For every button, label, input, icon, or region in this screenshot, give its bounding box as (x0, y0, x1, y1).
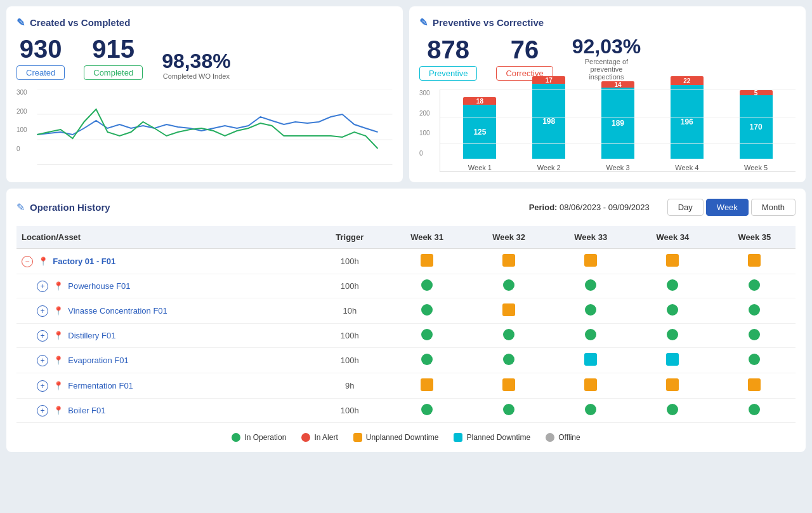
status-indicator (585, 279, 596, 291)
col-trigger: Trigger (313, 226, 386, 249)
table-row: − 📍 Factory 01 - F01 100h (16, 249, 796, 274)
status-indicator (503, 329, 514, 340)
bar-y-300: 300 (419, 90, 430, 97)
legend-green-dot (232, 433, 240, 442)
status-indicator (584, 378, 597, 391)
table-row: + 📍 Boiler F01 100h (16, 399, 796, 423)
bar-week4-top: 22 (671, 76, 704, 85)
location-name: Vinasse Concentration F01 (68, 306, 167, 316)
col-location: Location/Asset (16, 226, 313, 249)
status-indicator (666, 378, 679, 391)
op-header: ✎ Operation History Period: 08/06/2023 -… (16, 199, 796, 216)
bar-y-0: 0 (419, 150, 430, 157)
expand-icon[interactable]: + (37, 330, 48, 342)
y-label-200: 200 (16, 108, 27, 115)
bar-y-200: 200 (419, 110, 430, 117)
created-badge: Created (16, 65, 65, 80)
status-indicator (585, 304, 596, 316)
legend-in-operation-label: In Operation (244, 433, 286, 442)
status-indicator (666, 254, 679, 267)
bar-week1: 18 125 Week 1 (463, 97, 496, 171)
bar-week2-top: 17 (532, 76, 565, 84)
status-indicator (584, 254, 597, 267)
status-indicator (421, 279, 433, 291)
table-row: + 📍 Evaporation F01 100h (16, 348, 796, 373)
trigger-cell: 10h (313, 298, 386, 324)
period-text: Period: 08/06/2023 - 09/09/2023 (529, 203, 650, 212)
expand-icon[interactable]: + (37, 281, 48, 292)
op-edit-icon: ✎ (16, 201, 25, 213)
status-indicator (667, 279, 678, 291)
status-indicator (748, 254, 761, 267)
expand-icon[interactable]: + (37, 305, 48, 317)
week-btn[interactable]: Week (706, 199, 749, 216)
table-header-row: Location/Asset Trigger Week 31 Week 32 W… (16, 226, 796, 249)
legend-red-dot (301, 433, 310, 442)
month-btn[interactable]: Month (751, 199, 796, 216)
day-btn[interactable]: Day (667, 199, 704, 216)
operation-history-card: ✎ Operation History Period: 08/06/2023 -… (6, 189, 806, 452)
expand-icon[interactable]: + (37, 380, 48, 392)
status-indicator (749, 354, 760, 365)
pin-icon: 📍 (53, 331, 63, 340)
legend-unplanned: Unplanned Downtime (353, 433, 439, 442)
trigger-cell: 100h (313, 399, 386, 423)
preventive-count: 878 (419, 37, 477, 62)
bar-week1-label: Week 1 (468, 164, 492, 171)
wo-index: 98,38% (162, 51, 231, 71)
status-indicator (421, 404, 433, 415)
bar-week5-bottom: 170 (740, 95, 773, 159)
status-indicator (749, 404, 760, 415)
status-indicator (502, 303, 515, 316)
collapse-icon[interactable]: − (22, 256, 33, 267)
location-name: Fermentation F01 (68, 381, 133, 390)
location-name: Distillery F01 (68, 331, 115, 340)
edit-icon-2: ✎ (419, 17, 428, 29)
legend-orange-dot (353, 433, 362, 442)
status-indicator (502, 378, 515, 391)
location-name: Boiler F01 (68, 406, 105, 415)
bar-week5: 5 170 Week 5 (740, 90, 773, 171)
col-week31: Week 31 (386, 226, 468, 249)
location-name: Powerhouse F01 (68, 281, 130, 291)
pin-icon: 📍 (53, 306, 63, 316)
legend-unplanned-label: Unplanned Downtime (366, 433, 439, 442)
preventive-pct: 92,03% (572, 36, 641, 57)
legend-offline-label: Offline (558, 433, 580, 442)
status-indicator (421, 378, 433, 391)
bar-week4-label: Week 4 (675, 164, 698, 171)
wo-index-label: Completed WO Index (162, 72, 231, 80)
bar-week4-bottom: 196 (671, 85, 704, 159)
op-title: Operation History (30, 202, 110, 213)
y-label-0: 0 (16, 145, 27, 152)
location-name: Evaporation F01 (68, 356, 128, 365)
edit-icon: ✎ (16, 17, 25, 29)
bar-week1-top: 18 (463, 97, 496, 105)
status-indicator (749, 279, 760, 291)
bar-week2-bottom: 198 (532, 84, 565, 159)
status-indicator (667, 329, 678, 340)
col-week32: Week 32 (468, 226, 550, 249)
expand-icon[interactable]: + (37, 355, 48, 366)
status-indicator (421, 254, 433, 267)
pin-icon: 📍 (53, 356, 63, 365)
status-indicator (503, 279, 514, 291)
completed-count: 915 (84, 36, 143, 62)
operation-table: Location/Asset Trigger Week 31 Week 32 W… (16, 226, 796, 423)
status-indicator (503, 404, 514, 415)
status-indicator (421, 354, 433, 365)
bar-week3-top: 14 (601, 81, 634, 88)
period-buttons: Day Week Month (667, 199, 796, 216)
period-value: 08/06/2023 - 09/09/2023 (560, 203, 650, 212)
bar-week3: 14 189 Week 3 (601, 81, 634, 171)
trigger-cell: 9h (313, 373, 386, 399)
status-indicator (749, 304, 760, 316)
bar-week3-bottom: 189 (601, 88, 634, 159)
status-indicator (667, 304, 678, 316)
table-row: + 📍 Powerhouse F01 100h (16, 274, 796, 298)
preventive-pct-label: Percentage ofpreventiveinspections (572, 58, 641, 81)
completed-badge: Completed (84, 65, 143, 80)
y-label-300: 300 (16, 89, 27, 96)
legend-planned: Planned Downtime (454, 433, 530, 442)
expand-icon[interactable]: + (37, 405, 48, 416)
